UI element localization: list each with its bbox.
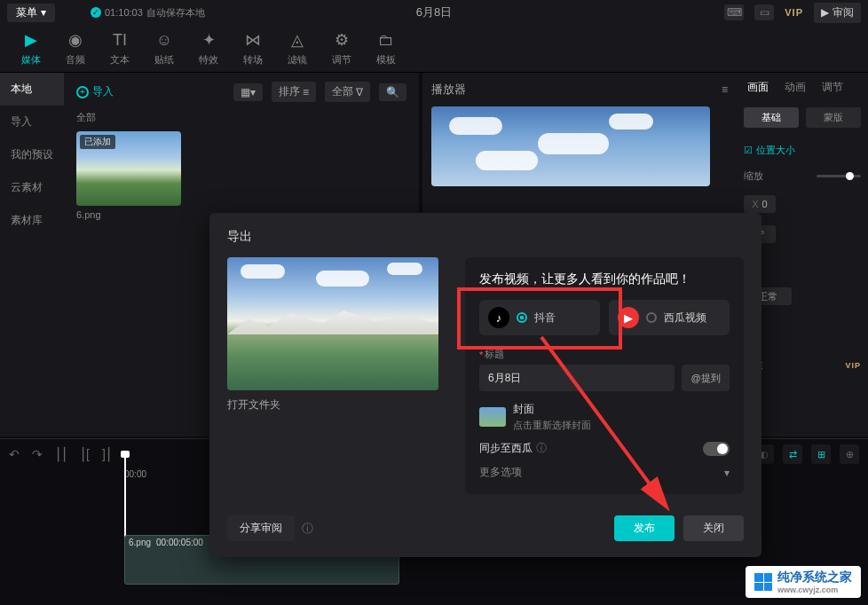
review-button[interactable]: ▶ 审阅 <box>814 3 861 23</box>
vip-badge[interactable]: VIP <box>785 7 803 18</box>
sidebar-import[interactable]: 导入 <box>0 106 64 138</box>
tab-adjust[interactable]: ⚙ 调节 <box>320 30 364 67</box>
undo-button[interactable]: ↶ <box>9 447 20 461</box>
template-icon: 🗀 <box>378 31 394 50</box>
asset-thumbnail[interactable]: 已添加 <box>76 131 181 206</box>
effect-icon: ✦ <box>202 30 216 50</box>
view-mode-button[interactable]: ▦▾ <box>233 83 263 101</box>
tab-effect[interactable]: ✦ 特效 <box>186 30 231 67</box>
sidebar-presets[interactable]: 我的预设 <box>0 138 64 171</box>
more-options[interactable]: 更多选项 ▾ <box>479 465 730 480</box>
autosave-indicator: ✓ 01:10:03 自动保存本地 <box>91 6 205 20</box>
tab-text[interactable]: TI 文本 <box>98 31 142 67</box>
open-folder-link[interactable]: 打开文件夹 <box>227 397 438 412</box>
watermark-url: www.cwyjz.com <box>777 585 852 594</box>
menu-button[interactable]: 菜单 ▾ <box>7 4 55 22</box>
filter-icon: ◬ <box>291 30 304 50</box>
split-button[interactable]: ⎮⎮ <box>55 447 67 461</box>
scale-slider[interactable] <box>817 175 861 177</box>
tl-icon-4[interactable]: ⊕ <box>840 444 859 464</box>
player-preview[interactable] <box>431 106 710 186</box>
platform-xigua[interactable]: ▶ 西瓜视频 <box>609 300 730 335</box>
platform-douyin[interactable]: ♪ 抖音 <box>479 300 600 335</box>
save-text: 自动保存本地 <box>146 6 205 20</box>
transition-icon: ⋈ <box>245 30 261 50</box>
chevron-down-icon: ▾ <box>41 6 46 19</box>
cover-label: 封面 <box>513 402 591 417</box>
player-title: 播放器 <box>431 82 466 98</box>
category-all: 全部 <box>76 111 406 124</box>
mask-tab[interactable]: 蒙版 <box>806 107 861 128</box>
cover-thumbnail[interactable] <box>479 407 506 427</box>
filter-icon: ∇ <box>356 86 363 98</box>
text-icon: TI <box>113 31 127 50</box>
help-icon[interactable]: ⓘ <box>536 441 547 456</box>
layout-icon[interactable]: ▭ <box>754 4 774 20</box>
sticker-icon: ☺ <box>156 31 172 50</box>
check-icon: ✓ <box>91 7 101 18</box>
tab-media[interactable]: ▶ 媒体 <box>9 30 53 67</box>
sync-xigua-label: 同步至西瓜 <box>479 441 533 456</box>
keyboard-icon[interactable]: ⌨ <box>724 4 744 20</box>
sidebar-cloud[interactable]: 云素材 <box>0 171 64 204</box>
import-button[interactable]: + 导入 <box>76 84 114 99</box>
redo-button[interactable]: ↷ <box>32 447 43 461</box>
export-preview <box>227 257 438 390</box>
share-review-button[interactable]: 分享审阅 <box>227 515 295 541</box>
publish-heading: 发布视频，让更多人看到你的作品吧！ <box>479 271 730 287</box>
clip-name: 6.png <box>129 538 151 547</box>
added-badge: 已添加 <box>80 135 115 149</box>
douyin-icon: ♪ <box>488 307 509 328</box>
tl-icon-3[interactable]: ⊞ <box>811 444 831 464</box>
watermark-logo <box>754 573 772 591</box>
filter-all-button[interactable]: 全部 ∇ <box>325 82 370 102</box>
save-time: 01:10:03 <box>105 7 143 18</box>
sidebar-local[interactable]: 本地 <box>0 73 64 106</box>
timeline-marker: 00:00 <box>124 469 146 479</box>
cut-left-button[interactable]: ⎮[ <box>80 447 90 461</box>
close-button[interactable]: 关闭 <box>683 515 744 541</box>
audio-icon: ◉ <box>68 30 83 50</box>
vip-badge-small: VIP <box>845 361 861 370</box>
watermark-text: 纯净系统之家 <box>777 570 852 585</box>
right-tab-picture[interactable]: 画面 <box>747 80 769 98</box>
tl-icon-2[interactable]: ⇄ <box>783 444 802 464</box>
right-tab-animation[interactable]: 动画 <box>785 80 806 98</box>
sort-button[interactable]: 排序 ≡ <box>272 82 316 102</box>
right-tab-adjust[interactable]: 调节 <box>822 80 843 98</box>
scale-label: 缩放 <box>744 169 763 183</box>
cover-hint[interactable]: 点击重新选择封面 <box>513 419 591 432</box>
review-icon: ▶ <box>821 6 829 19</box>
tab-audio[interactable]: ◉ 音频 <box>53 30 98 67</box>
tab-template[interactable]: 🗀 模板 <box>364 31 408 67</box>
export-modal: 导出 打开文件夹 发布视频，让更多人看到你的作品吧！ ♪ 抖音 ▶ <box>209 213 761 557</box>
cut-right-button[interactable]: ]⎮ <box>102 447 112 461</box>
pos-size-header[interactable]: ☑ 位置大小 <box>744 144 861 157</box>
sort-icon: ≡ <box>303 86 309 98</box>
xigua-icon: ▶ <box>618 307 639 328</box>
media-icon: ▶ <box>25 30 37 50</box>
checkbox-icon: ☑ <box>744 145 753 156</box>
tab-sticker[interactable]: ☺ 贴纸 <box>142 31 186 67</box>
sync-toggle[interactable] <box>703 442 730 456</box>
x-input[interactable]: X 0 <box>744 195 776 213</box>
tab-transition[interactable]: ⋈ 转场 <box>231 30 275 67</box>
adjust-icon: ⚙ <box>335 30 349 50</box>
title-field-label: * 标题 <box>479 348 730 361</box>
mention-button[interactable]: @提到 <box>682 365 730 391</box>
basic-tab[interactable]: 基础 <box>744 107 799 128</box>
menu-label: 菜单 <box>16 5 37 20</box>
tab-filter[interactable]: ◬ 滤镜 <box>275 30 320 67</box>
modal-title: 导出 <box>227 229 744 245</box>
project-title: 6月8日 <box>416 4 452 20</box>
sidebar-library[interactable]: 素材库 <box>0 204 64 237</box>
search-button[interactable]: 🔍 <box>379 83 406 101</box>
player-menu-icon[interactable]: ≡ <box>722 83 728 96</box>
chevron-down-icon: ▾ <box>724 467 730 479</box>
plus-icon: + <box>76 86 89 98</box>
title-input[interactable]: 6月8日 <box>479 365 675 391</box>
share-help-icon[interactable]: ⓘ <box>302 521 313 537</box>
search-icon: 🔍 <box>386 86 399 98</box>
publish-button[interactable]: 发布 <box>614 515 675 541</box>
xigua-radio <box>646 312 657 323</box>
